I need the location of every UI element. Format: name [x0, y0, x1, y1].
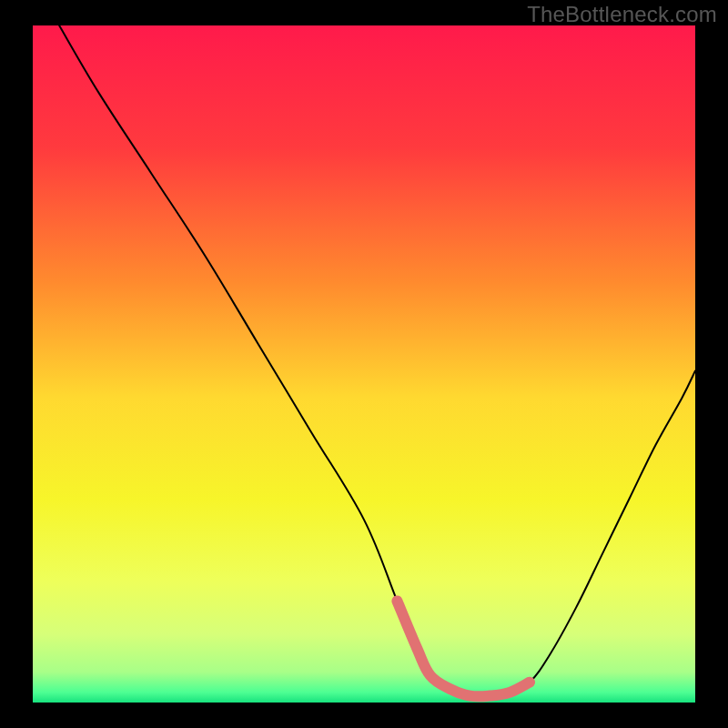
chart-frame: TheBottleneck.com: [0, 0, 728, 728]
gradient-background: [33, 25, 695, 703]
watermark-text: TheBottleneck.com: [527, 2, 717, 27]
bottleneck-chart: [33, 25, 695, 703]
